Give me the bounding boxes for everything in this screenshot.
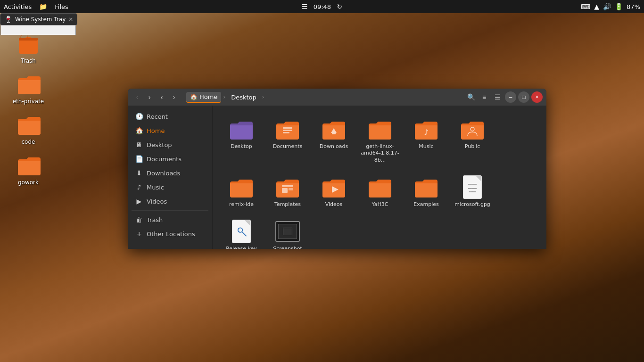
yah3c-folder-item[interactable]: YaH3C xyxy=(359,171,401,212)
files-label[interactable]: Files xyxy=(55,3,68,10)
screenshot-item[interactable]: Screenshot from 2018-11-07 09-39-34.png xyxy=(266,215,309,249)
microsoft-gpg-item[interactable]: ━━━━━ ━━━━━ ━━━━ microsoft.gpg xyxy=(451,171,494,212)
wine-tray-title: Wine System Tray xyxy=(15,16,66,23)
menu-icon: ☰ xyxy=(302,3,308,10)
sidebar-item-videos[interactable]: ▶ Videos xyxy=(130,195,210,208)
close-button[interactable]: × xyxy=(531,91,543,103)
sidebar-documents-label: Documents xyxy=(147,156,182,163)
sidebar-home-label: Home xyxy=(147,127,165,134)
svg-rect-5 xyxy=(332,133,336,134)
sidebar-trash-label: Trash xyxy=(147,216,163,223)
wine-tray-app-icon: 🍷 xyxy=(4,16,12,23)
desktop-folder-item[interactable]: Desktop xyxy=(220,113,263,167)
menu-button[interactable]: ☰ xyxy=(492,91,503,103)
keyboard-icon: ⌨ xyxy=(581,3,590,10)
titlebar-actions: 🔍 ≡ ☰ – □ × xyxy=(465,91,543,103)
remix-ide-folder-item[interactable]: remix-ide xyxy=(220,171,263,212)
code-folder-icon xyxy=(17,114,40,137)
desktop-folder-label: Desktop xyxy=(231,143,252,150)
gowork-folder-icon xyxy=(17,155,40,177)
breadcrumb-home[interactable]: 🏠 Home xyxy=(186,92,221,103)
screenshot-label: Screenshot from 2018-11-07 09-39-34.png xyxy=(268,246,307,249)
file-grid: Desktop Docum xyxy=(220,113,539,249)
downloads-folder-icon xyxy=(322,117,346,141)
other-locations-icon: + xyxy=(135,230,143,238)
downloads-folder-label: Downloads xyxy=(320,143,348,150)
recent-icon: 🕐 xyxy=(135,113,143,120)
down-button[interactable]: › xyxy=(168,91,180,103)
search-button[interactable]: 🔍 xyxy=(465,91,477,103)
wifi-icon: ▲ xyxy=(594,3,599,10)
desktop: Activities 📁 Files ☰ 09:48 ↻ ⌨ ▲ 🔊 🔋 87%… xyxy=(0,0,644,362)
battery-percent: 87% xyxy=(627,3,640,10)
sidebar-item-trash[interactable]: 🗑 Trash xyxy=(130,213,210,226)
desktop-icons-area: Trash eth-private code xyxy=(9,19,47,186)
svg-line-13 xyxy=(242,232,246,236)
sidebar-item-documents[interactable]: 📄 Documents xyxy=(130,152,210,165)
svg-rect-1 xyxy=(283,127,292,129)
desktop-icon-code[interactable]: code xyxy=(9,114,47,145)
videos-folder-item[interactable]: Videos xyxy=(313,171,355,212)
nav-buttons: ‹ › ‹ › xyxy=(132,91,180,103)
file-area: Desktop Docum xyxy=(213,106,546,249)
refresh-icon: ↻ xyxy=(337,3,342,10)
sidebar-other-locations-label: Other Locations xyxy=(147,230,195,238)
minimize-button[interactable]: – xyxy=(505,91,516,103)
screenshot-icon xyxy=(275,219,300,244)
files-icon: 📁 xyxy=(39,3,47,10)
svg-rect-3 xyxy=(283,132,289,133)
microsoft-gpg-icon: ━━━━━ ━━━━━ ━━━━ xyxy=(460,175,485,199)
geth-folder-item[interactable]: geth-linux-amd64-1.8.17-8b... xyxy=(359,113,401,167)
activities-label[interactable]: Activities xyxy=(4,3,32,10)
videos-icon: ▶ xyxy=(135,197,143,205)
back-button[interactable]: ‹ xyxy=(132,91,143,103)
breadcrumb-sep2: › xyxy=(262,94,264,100)
public-folder-item[interactable]: Public xyxy=(451,113,494,167)
public-folder-label: Public xyxy=(465,143,480,150)
wine-tray-close-button[interactable]: × xyxy=(68,16,73,23)
release-key-item[interactable]: Release.key xyxy=(220,215,263,249)
sidebar-item-home[interactable]: 🏠 Home xyxy=(130,124,210,137)
battery-icon: 🔋 xyxy=(615,3,623,10)
documents-icon: 📄 xyxy=(135,155,143,163)
documents-folder-item[interactable]: Documents xyxy=(266,113,309,167)
breadcrumb-bar: 🏠 Home › Desktop › xyxy=(182,92,462,103)
desktop-sidebar-icon: 🖥 xyxy=(135,141,143,148)
sidebar-item-other-locations[interactable]: + Other Locations xyxy=(130,227,210,240)
music-folder-item[interactable]: ♪ Music xyxy=(405,113,447,167)
eth-private-folder-icon xyxy=(17,74,40,96)
release-key-icon xyxy=(229,219,254,244)
desktop-breadcrumb-label: Desktop xyxy=(231,94,256,101)
sidebar-videos-label: Videos xyxy=(147,198,167,205)
downloads-folder-item[interactable]: Downloads xyxy=(313,113,355,167)
home-breadcrumb-icon: 🏠 xyxy=(190,93,198,100)
templates-folder-icon xyxy=(275,175,300,199)
documents-folder-icon xyxy=(275,117,300,141)
gowork-icon-label: gowork xyxy=(18,179,39,186)
sidebar-item-music[interactable]: ♪ Music xyxy=(130,181,210,194)
clock: 09:48 xyxy=(314,3,331,10)
release-key-label: Release.key xyxy=(226,246,257,249)
forward-button[interactable]: › xyxy=(144,91,155,103)
examples-folder-item[interactable]: Examples xyxy=(405,171,447,212)
view-list-button[interactable]: ≡ xyxy=(479,91,490,103)
sidebar-item-desktop[interactable]: 🖥 Desktop xyxy=(130,138,210,151)
up-button[interactable]: ‹ xyxy=(156,91,167,103)
desktop-icon-eth-private[interactable]: eth-private xyxy=(9,74,47,105)
templates-folder-label: Templates xyxy=(274,201,301,208)
trash-sidebar-icon: 🗑 xyxy=(135,216,143,223)
sidebar-item-recent[interactable]: 🕐 Recent xyxy=(130,110,210,123)
sidebar-item-downloads[interactable]: ⬇ Downloads xyxy=(130,166,210,180)
svg-rect-10 xyxy=(289,188,293,190)
desktop-icon-trash[interactable]: Trash xyxy=(9,33,47,64)
trash-icon-label: Trash xyxy=(21,58,36,64)
yah3c-folder-icon xyxy=(368,175,392,199)
sidebar-separator xyxy=(132,210,208,211)
templates-folder-item[interactable]: Templates xyxy=(266,171,309,212)
desktop-icon-gowork[interactable]: gowork xyxy=(9,155,47,186)
svg-rect-9 xyxy=(282,188,288,193)
videos-folder-icon xyxy=(322,175,346,199)
maximize-button[interactable]: □ xyxy=(518,91,529,103)
breadcrumb-desktop[interactable]: Desktop xyxy=(227,92,260,102)
wine-input-field[interactable] xyxy=(0,25,76,35)
